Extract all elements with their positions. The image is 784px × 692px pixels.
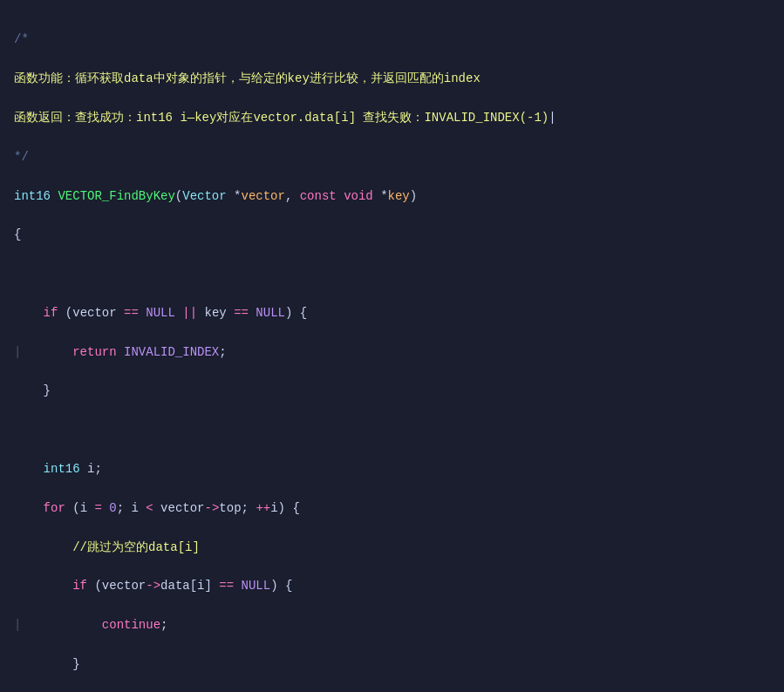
line-13: for (i = 0; i < vector->top; ++i) { [14,499,770,518]
line-3: 函数返回：查找成功：int16 i—key对应在vector.data[i] 查… [14,108,770,127]
line-2: 函数功能：循环获取data中对象的指针，与给定的key进行比较，并返回匹配的in… [14,69,770,88]
line-11 [14,420,770,439]
line-12: int16 i; [14,459,770,478]
code-editor: /* 函数功能：循环获取data中对象的指针，与给定的key进行比较，并返回匹配… [0,7,784,692]
line-5: int16 VECTOR_FindByKey(Vector *vector, c… [14,187,770,206]
line-9: | return INVALID_INDEX; [14,343,770,362]
line-10: } [14,381,770,400]
line-15: if (vector->data[i] == NULL) { [14,576,770,595]
line-6: { [14,225,770,244]
line-14: //跳过为空的data[i] [14,538,770,557]
line-4: */ [14,147,770,166]
line-8: if (vector == NULL || key == NULL) { [14,303,770,322]
line-16: | continue; [14,615,770,634]
line-1: /* [14,30,770,49]
line-7 [14,264,770,283]
line-17: } [14,655,770,674]
